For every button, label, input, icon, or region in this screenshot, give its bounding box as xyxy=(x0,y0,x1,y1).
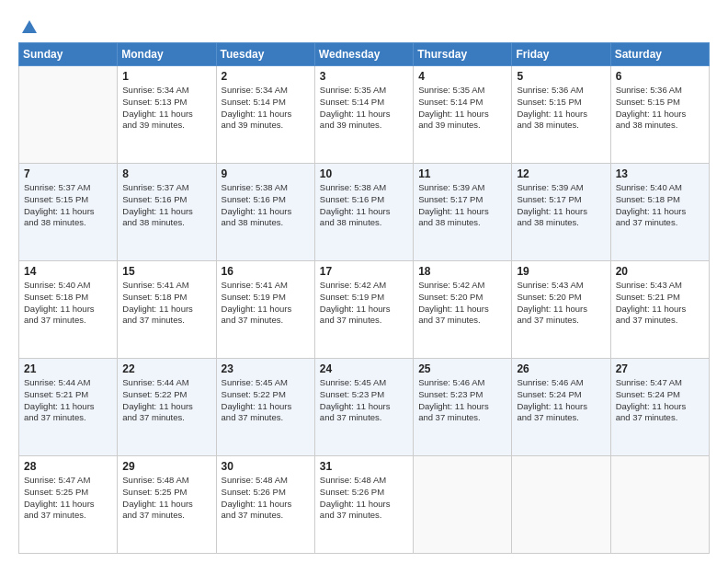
calendar-cell xyxy=(512,456,610,554)
cell-info: Sunrise: 5:34 AMSunset: 5:14 PMDaylight:… xyxy=(222,85,310,132)
calendar-cell: 17Sunrise: 5:42 AMSunset: 5:19 PMDayligh… xyxy=(314,261,413,359)
calendar-cell: 24Sunrise: 5:45 AMSunset: 5:23 PMDayligh… xyxy=(314,359,413,456)
cell-info: Sunrise: 5:48 AMSunset: 5:25 PMDaylight:… xyxy=(122,475,210,522)
cell-info: Sunrise: 5:48 AMSunset: 5:26 PMDaylight:… xyxy=(320,475,408,522)
calendar-row: 28Sunrise: 5:47 AMSunset: 5:25 PMDayligh… xyxy=(19,456,710,554)
day-number: 4 xyxy=(418,70,506,83)
calendar-cell: 18Sunrise: 5:42 AMSunset: 5:20 PMDayligh… xyxy=(414,261,512,359)
calendar-row: 1Sunrise: 5:34 AMSunset: 5:13 PMDaylight… xyxy=(19,66,710,164)
cell-info: Sunrise: 5:37 AMSunset: 5:15 PMDaylight:… xyxy=(24,182,112,229)
calendar-cell: 26Sunrise: 5:46 AMSunset: 5:24 PMDayligh… xyxy=(512,359,610,456)
weekday-header-sunday: Sunday xyxy=(19,43,118,66)
calendar-cell: 8Sunrise: 5:37 AMSunset: 5:16 PMDaylight… xyxy=(118,164,216,261)
calendar-cell: 22Sunrise: 5:44 AMSunset: 5:22 PMDayligh… xyxy=(118,359,216,456)
cell-info: Sunrise: 5:48 AMSunset: 5:26 PMDaylight:… xyxy=(222,475,310,522)
day-number: 5 xyxy=(517,70,605,83)
cell-info: Sunrise: 5:45 AMSunset: 5:23 PMDaylight:… xyxy=(320,377,408,424)
cell-info: Sunrise: 5:36 AMSunset: 5:15 PMDaylight:… xyxy=(517,85,605,132)
day-number: 6 xyxy=(616,70,704,83)
weekday-header-wednesday: Wednesday xyxy=(314,43,413,66)
calendar-row: 7Sunrise: 5:37 AMSunset: 5:15 PMDaylight… xyxy=(19,164,710,261)
day-number: 20 xyxy=(616,265,704,278)
calendar-cell: 7Sunrise: 5:37 AMSunset: 5:15 PMDaylight… xyxy=(19,164,118,261)
day-number: 21 xyxy=(24,362,112,375)
weekday-header-row: SundayMondayTuesdayWednesdayThursdayFrid… xyxy=(19,43,710,66)
svg-marker-0 xyxy=(22,20,37,33)
cell-info: Sunrise: 5:41 AMSunset: 5:19 PMDaylight:… xyxy=(222,280,310,327)
cell-info: Sunrise: 5:38 AMSunset: 5:16 PMDaylight:… xyxy=(222,182,310,229)
day-number: 1 xyxy=(122,70,210,83)
calendar-cell xyxy=(414,456,512,554)
day-number: 11 xyxy=(418,167,506,180)
calendar-cell: 28Sunrise: 5:47 AMSunset: 5:25 PMDayligh… xyxy=(19,456,118,554)
weekday-header-thursday: Thursday xyxy=(414,43,512,66)
day-number: 19 xyxy=(517,265,605,278)
calendar-row: 21Sunrise: 5:44 AMSunset: 5:21 PMDayligh… xyxy=(19,359,710,456)
calendar-cell xyxy=(19,66,118,164)
calendar-cell: 15Sunrise: 5:41 AMSunset: 5:18 PMDayligh… xyxy=(118,261,216,359)
cell-info: Sunrise: 5:47 AMSunset: 5:25 PMDaylight:… xyxy=(24,475,112,522)
cell-info: Sunrise: 5:45 AMSunset: 5:22 PMDaylight:… xyxy=(222,377,310,424)
cell-info: Sunrise: 5:42 AMSunset: 5:20 PMDaylight:… xyxy=(418,280,506,327)
calendar-row: 14Sunrise: 5:40 AMSunset: 5:18 PMDayligh… xyxy=(19,261,710,359)
calendar-cell: 13Sunrise: 5:40 AMSunset: 5:18 PMDayligh… xyxy=(610,164,709,261)
calendar-table: SundayMondayTuesdayWednesdayThursdayFrid… xyxy=(18,42,710,554)
calendar-cell: 30Sunrise: 5:48 AMSunset: 5:26 PMDayligh… xyxy=(216,456,314,554)
calendar-cell: 3Sunrise: 5:35 AMSunset: 5:14 PMDaylight… xyxy=(314,66,413,164)
calendar-cell: 1Sunrise: 5:34 AMSunset: 5:13 PMDaylight… xyxy=(118,66,216,164)
calendar-cell: 20Sunrise: 5:43 AMSunset: 5:21 PMDayligh… xyxy=(610,261,709,359)
cell-info: Sunrise: 5:46 AMSunset: 5:24 PMDaylight:… xyxy=(517,377,605,424)
weekday-header-tuesday: Tuesday xyxy=(216,43,314,66)
calendar-cell: 23Sunrise: 5:45 AMSunset: 5:22 PMDayligh… xyxy=(216,359,314,456)
calendar-cell: 19Sunrise: 5:43 AMSunset: 5:20 PMDayligh… xyxy=(512,261,610,359)
weekday-header-friday: Friday xyxy=(512,43,610,66)
calendar-cell: 14Sunrise: 5:40 AMSunset: 5:18 PMDayligh… xyxy=(19,261,118,359)
day-number: 3 xyxy=(320,70,408,83)
calendar-cell: 29Sunrise: 5:48 AMSunset: 5:25 PMDayligh… xyxy=(118,456,216,554)
day-number: 23 xyxy=(222,362,310,375)
calendar-cell: 21Sunrise: 5:44 AMSunset: 5:21 PMDayligh… xyxy=(19,359,118,456)
day-number: 28 xyxy=(24,460,112,473)
cell-info: Sunrise: 5:36 AMSunset: 5:15 PMDaylight:… xyxy=(616,85,704,132)
calendar-cell: 25Sunrise: 5:46 AMSunset: 5:23 PMDayligh… xyxy=(414,359,512,456)
cell-info: Sunrise: 5:37 AMSunset: 5:16 PMDaylight:… xyxy=(122,182,210,229)
cell-info: Sunrise: 5:40 AMSunset: 5:18 PMDaylight:… xyxy=(616,182,704,229)
calendar-cell: 31Sunrise: 5:48 AMSunset: 5:26 PMDayligh… xyxy=(314,456,413,554)
cell-info: Sunrise: 5:39 AMSunset: 5:17 PMDaylight:… xyxy=(418,182,506,229)
cell-info: Sunrise: 5:43 AMSunset: 5:20 PMDaylight:… xyxy=(517,280,605,327)
day-number: 14 xyxy=(24,265,112,278)
header xyxy=(18,18,710,33)
calendar-cell: 4Sunrise: 5:35 AMSunset: 5:14 PMDaylight… xyxy=(414,66,512,164)
calendar-cell: 11Sunrise: 5:39 AMSunset: 5:17 PMDayligh… xyxy=(414,164,512,261)
calendar-cell: 27Sunrise: 5:47 AMSunset: 5:24 PMDayligh… xyxy=(610,359,709,456)
cell-info: Sunrise: 5:39 AMSunset: 5:17 PMDaylight:… xyxy=(517,182,605,229)
cell-info: Sunrise: 5:44 AMSunset: 5:22 PMDaylight:… xyxy=(122,377,210,424)
cell-info: Sunrise: 5:35 AMSunset: 5:14 PMDaylight:… xyxy=(320,85,408,132)
calendar-cell: 12Sunrise: 5:39 AMSunset: 5:17 PMDayligh… xyxy=(512,164,610,261)
day-number: 29 xyxy=(122,460,210,473)
calendar-cell: 9Sunrise: 5:38 AMSunset: 5:16 PMDaylight… xyxy=(216,164,314,261)
logo xyxy=(18,18,39,33)
logo-icon xyxy=(20,18,39,37)
calendar-cell xyxy=(610,456,709,554)
day-number: 13 xyxy=(616,167,704,180)
day-number: 16 xyxy=(222,265,310,278)
calendar-cell: 10Sunrise: 5:38 AMSunset: 5:16 PMDayligh… xyxy=(314,164,413,261)
calendar-cell: 6Sunrise: 5:36 AMSunset: 5:15 PMDaylight… xyxy=(610,66,709,164)
day-number: 24 xyxy=(320,362,408,375)
cell-info: Sunrise: 5:46 AMSunset: 5:23 PMDaylight:… xyxy=(418,377,506,424)
weekday-header-monday: Monday xyxy=(118,43,216,66)
cell-info: Sunrise: 5:41 AMSunset: 5:18 PMDaylight:… xyxy=(122,280,210,327)
weekday-header-saturday: Saturday xyxy=(610,43,709,66)
day-number: 26 xyxy=(517,362,605,375)
day-number: 27 xyxy=(616,362,704,375)
cell-info: Sunrise: 5:47 AMSunset: 5:24 PMDaylight:… xyxy=(616,377,704,424)
day-number: 15 xyxy=(122,265,210,278)
calendar-cell: 2Sunrise: 5:34 AMSunset: 5:14 PMDaylight… xyxy=(216,66,314,164)
day-number: 10 xyxy=(320,167,408,180)
day-number: 22 xyxy=(122,362,210,375)
day-number: 25 xyxy=(418,362,506,375)
day-number: 12 xyxy=(517,167,605,180)
day-number: 9 xyxy=(222,167,310,180)
day-number: 31 xyxy=(320,460,408,473)
